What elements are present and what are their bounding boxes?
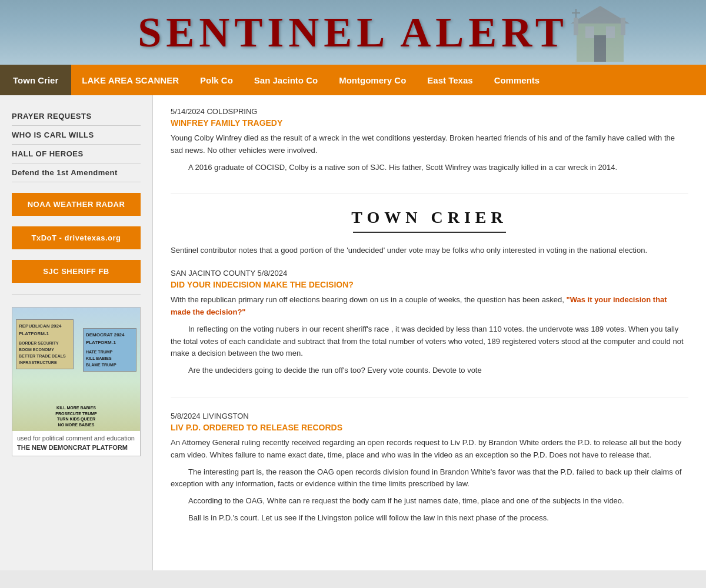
town-crier-title: TOWN CRIER xyxy=(171,208,688,227)
svg-rect-6 xyxy=(621,18,625,35)
main-container: PRAYER REQUESTS WHO IS CARL WILLS HALL O… xyxy=(0,95,706,570)
sidebar-link-1st-amendment[interactable]: Defend the 1st Amendment xyxy=(12,163,141,182)
article-livpd-date: 5/8/2024 LIVINGSTON xyxy=(171,412,688,420)
cartoon-left-label: REPUBLICAN 2024 PLATFORM-1 xyxy=(19,323,71,338)
nav-lake-scanner[interactable]: LAKE AREA SCANNER xyxy=(71,65,189,95)
article-indecision-p3: Are the undeciders going to decide the r… xyxy=(171,365,688,377)
txdot-button[interactable]: TxDoT - drivetexas.org xyxy=(12,226,141,249)
cartoon-right-items: HATE TRUMPKILL BABIESBLAME TRUMP xyxy=(86,349,134,369)
article-indecision-date: SAN JACINTO COUNTY 5/8/2024 xyxy=(171,269,688,278)
article-livpd-p2: The interesting part is, the reason the … xyxy=(171,466,688,491)
article-indecision-p1: With the republican primary run off elec… xyxy=(171,294,688,319)
political-cartoon-box: REPUBLICAN 2024 PLATFORM-1 BORDER SECURI… xyxy=(12,307,141,456)
intro-article-body-1: Young Colby Winfrey died as the result o… xyxy=(171,132,688,157)
article-livpd-title[interactable]: LIV P.D. ORDERED TO RELEASE RECORDS xyxy=(171,423,688,432)
article-livpd-p4: Ball is in P.D.'s court. Let us see if t… xyxy=(171,512,688,524)
sidebar: PRAYER REQUESTS WHO IS CARL WILLS HALL O… xyxy=(0,95,153,570)
main-nav: Town Crier LAKE AREA SCANNER Polk Co San… xyxy=(0,65,706,95)
article-livpd-body: An Attorney General ruling recently rece… xyxy=(171,437,688,524)
nav-polk-co[interactable]: Polk Co xyxy=(189,65,244,95)
article-indecision-p2: In reflecting on the voting nubers in ou… xyxy=(171,323,688,360)
article-indecision: SAN JACINTO COUNTY 5/8/2024 DID YOUR IND… xyxy=(171,269,688,397)
intro-article-date: 5/14/2024 COLDSPRING xyxy=(171,107,688,116)
header-banner: SENTINEL ALERT xyxy=(0,0,706,65)
noaa-weather-radar-button[interactable]: NOAA WEATHER RADAR xyxy=(12,193,141,216)
cartoon-caption-bold: THE NEW DEMONCRAT PLATFORM xyxy=(12,443,140,456)
sidebar-link-prayer[interactable]: PRAYER REQUESTS xyxy=(12,107,141,126)
cartoon-bottom-text: KILL MORE BABIESPROSECUTE TRUMPTURN KIDS… xyxy=(55,405,96,428)
sjc-sheriff-fb-button[interactable]: SJC SHERIFF FB xyxy=(12,260,141,283)
nav-town-crier[interactable]: Town Crier xyxy=(0,65,71,95)
cartoon-right-label: DEMOCRAT 2024 PLATFORM-1 xyxy=(86,332,134,347)
article-livpd: 5/8/2024 LIVINGSTON LIV P.D. ORDERED TO … xyxy=(171,412,688,544)
town-crier-divider xyxy=(353,232,506,233)
intro-article-body: Young Colby Winfrey died as the result o… xyxy=(171,132,688,173)
svg-rect-4 xyxy=(606,26,615,38)
intro-article: 5/14/2024 COLDSPRING WINFREY FAMILY TRAG… xyxy=(171,107,688,194)
article-indecision-body: With the republican primary run off elec… xyxy=(171,294,688,377)
sidebar-link-carl-wills[interactable]: WHO IS CARL WILLS xyxy=(12,126,141,145)
article-indecision-title[interactable]: DID YOUR INDECISION MAKE THE DECISION? xyxy=(171,280,688,289)
intro-article-title[interactable]: WINFREY FAMILY TRAGEDY xyxy=(171,118,688,128)
article-livpd-p1: An Attorney General ruling recently rece… xyxy=(171,437,688,462)
town-crier-header: TOWN CRIER xyxy=(171,208,688,233)
site-title: SENTINEL ALERT xyxy=(138,8,568,57)
svg-rect-3 xyxy=(585,26,594,38)
nav-comments[interactable]: Comments xyxy=(484,65,551,95)
sidebar-divider xyxy=(12,295,141,295)
town-crier-intro: Sentinel contributor notes that a good p… xyxy=(171,245,688,257)
cartoon-caption: used for political comment and education xyxy=(12,431,140,443)
main-content: 5/14/2024 COLDSPRING WINFREY FAMILY TRAG… xyxy=(153,95,706,570)
highlight-question: "Was it your indecision that made the de… xyxy=(171,295,667,316)
nav-san-jacinto-co[interactable]: San Jacinto Co xyxy=(244,65,328,95)
political-cartoon-image: REPUBLICAN 2024 PLATFORM-1 BORDER SECURI… xyxy=(12,308,140,431)
svg-rect-2 xyxy=(594,35,606,62)
nav-montgomery-co[interactable]: Montgomery Co xyxy=(328,65,417,95)
svg-rect-5 xyxy=(574,18,578,35)
intro-article-body-2: A 2016 graduate of COCISD, Colby is a na… xyxy=(171,162,688,174)
cartoon-left-items: BORDER SECURITYBOOM ECONOMYBETTER TRADE … xyxy=(19,340,71,366)
nav-east-texas[interactable]: East Texas xyxy=(417,65,483,95)
article-livpd-p3: According to the OAG, White can re reque… xyxy=(171,495,688,507)
sidebar-link-hall-of-heroes[interactable]: HALL OF HEROES xyxy=(12,145,141,163)
